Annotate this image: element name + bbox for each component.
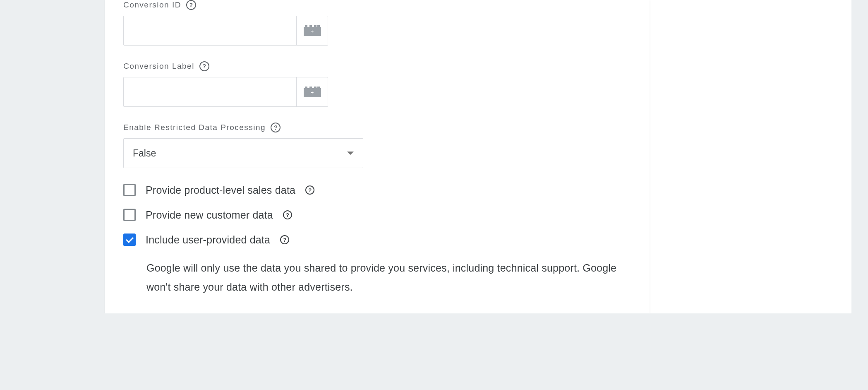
new-customer-label: Provide new customer data: [146, 209, 273, 221]
conversion-id-variable-button[interactable]: +: [296, 16, 328, 45]
new-customer-row: Provide new customer data ?: [123, 209, 631, 221]
user-provided-description: Google will only use the data you shared…: [146, 258, 631, 297]
checkbox-group: Provide product-level sales data ? Provi…: [123, 184, 631, 297]
form-container: Conversion ID ? +: [105, 0, 650, 313]
conversion-label-label: Conversion Label ?: [123, 61, 631, 71]
help-icon[interactable]: ?: [283, 210, 292, 219]
block-plus-icon: +: [304, 87, 321, 97]
help-icon[interactable]: ?: [186, 0, 196, 10]
user-provided-row: Include user-provided data ?: [123, 234, 631, 246]
restricted-data-value: False: [133, 148, 156, 159]
user-provided-checkbox[interactable]: [123, 234, 136, 246]
conversion-label-input-group: +: [123, 77, 328, 107]
conversion-id-input[interactable]: [124, 16, 296, 45]
new-customer-checkbox[interactable]: [123, 209, 136, 221]
conversion-id-field: Conversion ID ? +: [123, 0, 631, 46]
restricted-data-field: Enable Restricted Data Processing ? Fals…: [123, 123, 631, 168]
product-level-label: Provide product-level sales data: [146, 184, 295, 196]
chevron-down-icon: [347, 152, 354, 155]
conversion-id-label: Conversion ID ?: [123, 0, 631, 10]
restricted-data-select[interactable]: False: [123, 138, 363, 168]
restricted-data-label-text: Enable Restricted Data Processing: [123, 123, 266, 132]
user-provided-label: Include user-provided data: [146, 234, 270, 246]
help-icon[interactable]: ?: [271, 123, 281, 132]
conversion-label-field: Conversion Label ? +: [123, 61, 631, 107]
conversion-label-variable-button[interactable]: +: [296, 77, 328, 106]
product-level-checkbox[interactable]: [123, 184, 136, 196]
help-icon[interactable]: ?: [280, 235, 289, 244]
help-icon[interactable]: ?: [305, 185, 314, 195]
conversion-id-label-text: Conversion ID: [123, 0, 181, 10]
help-icon[interactable]: ?: [199, 61, 209, 71]
conversion-label-label-text: Conversion Label: [123, 62, 194, 71]
conversion-id-input-group: +: [123, 16, 328, 46]
restricted-data-label: Enable Restricted Data Processing ?: [123, 123, 631, 132]
block-plus-icon: +: [304, 25, 321, 36]
product-level-row: Provide product-level sales data ?: [123, 184, 631, 196]
conversion-label-input[interactable]: [124, 77, 296, 106]
